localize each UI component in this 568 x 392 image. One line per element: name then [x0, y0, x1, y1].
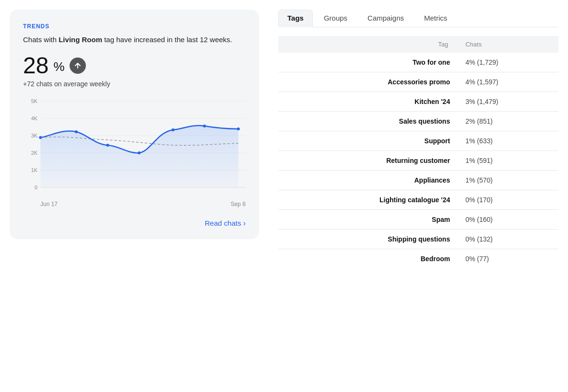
tag-name-cell: Support	[278, 131, 458, 151]
right-panel: Tags Groups Campaigns Metrics Tag Chats …	[278, 10, 558, 268]
table-row: Two for one4% (1,729)	[278, 53, 558, 72]
col-header-tag: Tag	[278, 36, 458, 53]
tag-name-cell: Spam	[278, 210, 458, 230]
chevron-right-icon: ›	[243, 219, 246, 228]
svg-point-15	[138, 151, 141, 154]
col-header-chats: Chats	[458, 36, 558, 53]
description-bold: Living Room	[59, 35, 102, 44]
svg-text:2K: 2K	[31, 150, 38, 156]
tag-chats-cell: 3% (1,479)	[458, 92, 558, 112]
tag-name-cell: Bedroom	[278, 249, 458, 269]
tag-chats-cell: 0% (77)	[458, 249, 558, 269]
tag-chats-cell: 1% (633)	[458, 131, 558, 151]
svg-text:3K: 3K	[31, 133, 38, 138]
svg-point-14	[106, 144, 109, 147]
svg-point-18	[237, 127, 240, 130]
table-row: Kitchen '243% (1,479)	[278, 92, 558, 112]
tag-name-cell: Accessories promo	[278, 72, 458, 92]
description-start: Chats with	[23, 35, 59, 44]
table-row: Bedroom0% (77)	[278, 249, 558, 269]
tag-chats-cell: 0% (160)	[458, 210, 558, 230]
read-chats-link[interactable]: Read chats ›	[23, 219, 246, 228]
trends-label: TRENDS	[23, 23, 246, 30]
tag-chats-cell: 1% (591)	[458, 151, 558, 171]
tags-table: Tag Chats Two for one4% (1,729)Accessori…	[278, 36, 558, 268]
tag-name-cell: Appliances	[278, 171, 458, 190]
table-row: Sales questions2% (851)	[278, 112, 558, 131]
tag-name-cell: Two for one	[278, 53, 458, 72]
tag-chats-cell: 2% (851)	[458, 112, 558, 131]
chart-container: 5K 4K 3K 2K 1K 0	[23, 96, 246, 211]
trend-chart: 5K 4K 3K 2K 1K 0	[23, 96, 246, 197]
description-end: tag have increased in the last 12 weeks.	[102, 35, 232, 44]
tab-campaigns[interactable]: Campaigns	[358, 10, 413, 27]
table-row: Spam0% (160)	[278, 210, 558, 230]
svg-text:0: 0	[35, 184, 37, 190]
percentage-value: 28	[23, 54, 48, 77]
read-chats-label: Read chats	[205, 219, 241, 227]
svg-text:4K: 4K	[31, 115, 38, 121]
weekly-chats: +72 chats on average weekly	[23, 80, 246, 88]
tag-name-cell: Lighting catalogue '24	[278, 190, 458, 210]
svg-text:1K: 1K	[31, 167, 38, 173]
svg-point-17	[203, 125, 206, 127]
tag-chats-cell: 0% (132)	[458, 230, 558, 249]
tag-chats-cell: 4% (1,729)	[458, 53, 558, 72]
tag-name-cell: Sales questions	[278, 112, 458, 131]
tag-chats-cell: 0% (170)	[458, 190, 558, 210]
table-row: Appliances1% (570)	[278, 171, 558, 190]
tag-chats-cell: 1% (570)	[458, 171, 558, 190]
table-row: Lighting catalogue '240% (170)	[278, 190, 558, 210]
x-label-left: Jun 17	[40, 201, 58, 208]
percentage-row: 28 %	[23, 54, 246, 77]
tabs-row: Tags Groups Campaigns Metrics	[278, 10, 558, 27]
chart-x-labels: Jun 17 Sep 8	[23, 201, 246, 208]
tag-name-cell: Returning customer	[278, 151, 458, 171]
svg-point-16	[172, 128, 175, 131]
trends-panel: TRENDS Chats with Living Room tag have i…	[10, 10, 259, 239]
svg-text:5K: 5K	[31, 98, 38, 104]
table-row: Returning customer1% (591)	[278, 151, 558, 171]
tag-name-cell: Shipping questions	[278, 230, 458, 249]
tag-name-cell: Kitchen '24	[278, 92, 458, 112]
percentage-symbol: %	[53, 59, 64, 74]
x-label-right: Sep 8	[231, 201, 246, 208]
tag-chats-cell: 4% (1,597)	[458, 72, 558, 92]
svg-point-12	[39, 136, 42, 139]
svg-point-13	[75, 130, 78, 133]
trends-description: Chats with Living Room tag have increase…	[23, 35, 246, 46]
tab-metrics[interactable]: Metrics	[415, 10, 456, 27]
tab-tags[interactable]: Tags	[278, 10, 313, 27]
table-row: Shipping questions0% (132)	[278, 230, 558, 249]
tab-groups[interactable]: Groups	[315, 10, 356, 27]
table-row: Support1% (633)	[278, 131, 558, 151]
table-row: Accessories promo4% (1,597)	[278, 72, 558, 92]
up-arrow-icon	[70, 58, 86, 74]
